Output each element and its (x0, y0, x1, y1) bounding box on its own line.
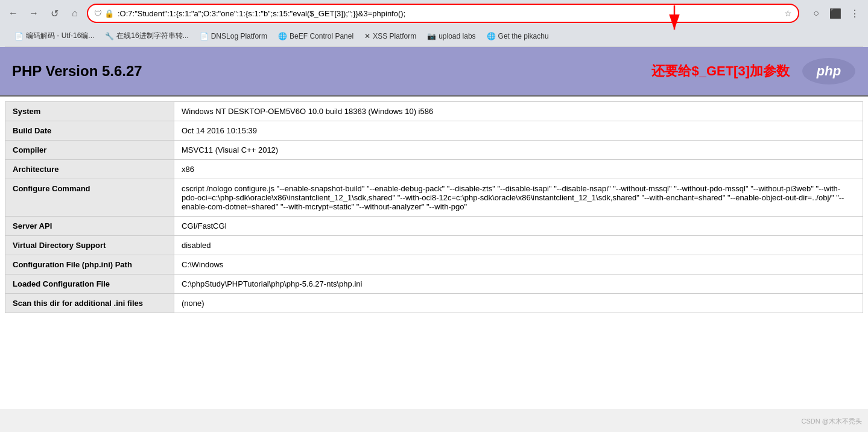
row-key: Configure Command (5, 179, 174, 217)
row-key: Compiler (5, 141, 174, 160)
phpinfo-table: SystemWindows NT DESKTOP-OEM5V6O 10.0 bu… (5, 101, 863, 313)
table-row: SystemWindows NT DESKTOP-OEM5V6O 10.0 bu… (5, 102, 863, 121)
nav-bar: ← → ↺ ⌂ 🛡 🔒 ☆ ○ ⬛ ⋮ (5, 4, 863, 23)
php-version: PHP Version 5.6.27 (12, 63, 142, 80)
bookmark-upload-labs[interactable]: 📷 upload labs (422, 30, 480, 42)
browser-chrome: ← → ↺ ⌂ 🛡 🔒 ☆ ○ ⬛ ⋮ (0, 0, 868, 47)
php-header: PHP Version 5.6.27 还要给$_GET[3]加参数 php (0, 47, 868, 97)
bookmark-icon-xss: ✕ (364, 32, 370, 40)
refresh-button[interactable]: ↺ (46, 5, 63, 22)
row-value: (none) (174, 294, 863, 313)
bookmarks-bar: 📄 编码解码 - Utf-16编... 🔧 在线16进制字符串转... 📄 DN… (5, 27, 863, 47)
bookmark-icon-upload: 📷 (427, 32, 436, 40)
table-row: Build DateOct 14 2016 10:15:39 (5, 121, 863, 141)
row-value: cscript /nologo configure.js "--enable-s… (174, 179, 863, 217)
row-key: Architecture (5, 160, 174, 179)
row-value: Oct 14 2016 10:15:39 (174, 121, 863, 141)
home-button[interactable]: ⌂ (66, 5, 83, 22)
shield-icon: 🛡 (94, 9, 102, 18)
row-value: C:\Windows (174, 255, 863, 275)
row-key: Server API (5, 217, 174, 236)
row-key: System (5, 102, 174, 121)
browser-right-controls: ○ ⬛ ⋮ (808, 5, 863, 22)
table-row: Loaded Configuration FileC:\phpStudy\PHP… (5, 275, 863, 294)
row-value: x86 (174, 160, 863, 179)
row-value: CGI/FastCGI (174, 217, 863, 236)
bookmark-icon-encoding: 📄 (14, 32, 24, 40)
row-key: Loaded Configuration File (5, 275, 174, 294)
bookmark-dnslog[interactable]: 📄 DNSLog Platform (195, 30, 272, 42)
table-row: Scan this dir for additional .ini files(… (5, 294, 863, 313)
php-logo: php (802, 57, 856, 86)
lock-icon: 🔒 (104, 9, 114, 18)
row-key: Build Date (5, 121, 174, 141)
row-value: disabled (174, 236, 863, 255)
address-bar[interactable]: 🛡 🔒 ☆ (87, 4, 799, 23)
address-right-icons: ☆ (784, 8, 792, 18)
profile-button[interactable]: ○ (808, 5, 825, 22)
row-value: Windows NT DESKTOP-OEM5V6O 10.0 build 18… (174, 102, 863, 121)
bookmark-encoding[interactable]: 📄 编码解码 - Utf-16编... (10, 29, 99, 43)
svg-text:php: php (816, 63, 841, 78)
bookmark-pikachu[interactable]: 🌐 Get the pikachu (482, 30, 554, 42)
star-icon[interactable]: ☆ (784, 8, 792, 18)
php-annotation: 还要给$_GET[3]加参数 (651, 62, 790, 80)
row-key: Scan this dir for additional .ini files (5, 294, 174, 313)
bookmark-icon-beef: 🌐 (278, 32, 287, 40)
phpinfo-table-wrap: SystemWindows NT DESKTOP-OEM5V6O 10.0 bu… (0, 97, 868, 318)
back-button[interactable]: ← (5, 5, 22, 22)
bookmark-icon-hex: 🔧 (105, 32, 114, 40)
bookmark-icon-pikachu: 🌐 (487, 32, 496, 40)
address-input[interactable] (118, 9, 781, 18)
php-header-right: 还要给$_GET[3]加参数 php (651, 57, 856, 86)
table-row: CompilerMSVC11 (Visual C++ 2012) (5, 141, 863, 160)
forward-button[interactable]: → (25, 5, 42, 22)
table-row: Architecturex86 (5, 160, 863, 179)
bookmark-hex[interactable]: 🔧 在线16进制字符串转... (100, 29, 193, 43)
bookmark-icon-dnslog: 📄 (200, 32, 209, 40)
row-value: MSVC11 (Visual C++ 2012) (174, 141, 863, 160)
table-row: Server APICGI/FastCGI (5, 217, 863, 236)
address-bar-security-icons: 🛡 🔒 (94, 9, 114, 18)
table-row: Virtual Directory Supportdisabled (5, 236, 863, 255)
menu-button[interactable]: ⋮ (846, 5, 863, 22)
bookmark-xss[interactable]: ✕ XSS Platform (360, 30, 421, 42)
table-row: Configuration File (php.ini) PathC:\Wind… (5, 255, 863, 275)
page-content: PHP Version 5.6.27 还要给$_GET[3]加参数 php Sy… (0, 47, 868, 409)
row-value: C:\phpStudy\PHPTutorial\php\php-5.6.27-n… (174, 275, 863, 294)
bookmark-beef[interactable]: 🌐 BeEF Control Panel (273, 30, 358, 42)
table-row: Configure Commandcscript /nologo configu… (5, 179, 863, 217)
row-key: Virtual Directory Support (5, 236, 174, 255)
extensions-button[interactable]: ⬛ (827, 5, 844, 22)
row-key: Configuration File (php.ini) Path (5, 255, 174, 275)
